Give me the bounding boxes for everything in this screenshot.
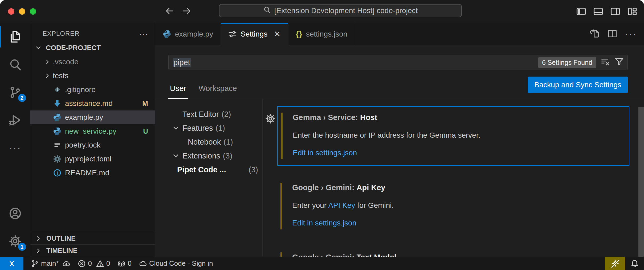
activity-explorer-button[interactable]: [0, 23, 30, 51]
sparkle-slash-icon: [610, 259, 620, 268]
notifications-bell[interactable]: [625, 259, 644, 268]
settings-search-input[interactable]: pipet 6 Settings Found: [168, 55, 628, 70]
account-icon: [9, 207, 22, 220]
explorer-more-actions-icon[interactable]: ···: [139, 32, 148, 35]
chevron-right-icon: [35, 247, 44, 255]
chevron-right-icon: [35, 235, 44, 242]
clear-search-icon[interactable]: [601, 57, 610, 68]
toc-count: (3): [223, 152, 232, 160]
setting-title: Google › Gemini: Text Model: [292, 253, 623, 257]
close-tab-icon[interactable]: ✕: [274, 29, 280, 39]
setting-google-gemini-api-key[interactable]: Google › Gemini: Api Key Enter your API …: [277, 177, 629, 235]
toc-item-extensions[interactable]: Extensions (3): [155, 149, 262, 163]
search-icon: [263, 6, 271, 16]
tree-item-new-service-py[interactable]: new_service.py U: [30, 124, 155, 138]
problems-status[interactable]: 0 0: [78, 259, 110, 268]
edit-in-settings-json-link[interactable]: Edit in settings.json: [292, 219, 623, 227]
timeline-section-header[interactable]: TIMELINE: [30, 244, 155, 257]
tree-item-vscode[interactable]: .vscode: [30, 55, 155, 69]
remote-indicator[interactable]: [0, 257, 23, 270]
toc-label: Pipet Code ...: [177, 165, 226, 174]
go-forward-button[interactable]: [182, 6, 192, 17]
window-title: [Extension Development Host] code-projec…: [274, 6, 418, 15]
command-center[interactable]: [Extension Development Host] code-projec…: [219, 4, 462, 17]
manage-settings-button[interactable]: 1: [0, 227, 30, 255]
api-key-link[interactable]: API Key: [328, 201, 355, 209]
open-settings-json-icon[interactable]: [590, 29, 600, 39]
tree-item-example-py[interactable]: example.py: [30, 110, 155, 124]
run-debug-icon: [9, 114, 22, 126]
toc-label: Features: [182, 124, 213, 133]
ports-status[interactable]: 0: [117, 259, 131, 268]
toggle-primary-sidebar-icon[interactable]: [576, 6, 586, 17]
toc-item-text-editor[interactable]: Text Editor (2): [155, 107, 262, 121]
toc-label: Notebook: [188, 138, 221, 146]
zoom-window-button[interactable]: [30, 8, 36, 15]
git-status-badge: M: [142, 100, 148, 108]
settings-toc: Text Editor (2) Features (1) Notebook (1…: [155, 99, 262, 257]
scope-tab-workspace[interactable]: Workspace: [197, 84, 239, 99]
explorer-root-folder[interactable]: CODE-PROJECT: [30, 41, 155, 55]
setting-gemma-service-host[interactable]: Gemma › Service: Host Enter the hostname…: [277, 106, 629, 166]
publish-changes-icon: [62, 260, 70, 268]
split-editor-icon[interactable]: [608, 29, 617, 39]
toc-count: (1): [215, 124, 225, 133]
tab-settings[interactable]: Settings ✕: [221, 23, 288, 45]
outline-label: OUTLINE: [46, 235, 76, 242]
tab-example-py[interactable]: example.py: [155, 23, 221, 45]
modified-indicator: [280, 252, 282, 257]
git-branch-status[interactable]: main*: [31, 259, 70, 268]
customize-layout-icon[interactable]: [627, 6, 638, 17]
minimize-window-button[interactable]: [19, 8, 25, 15]
branch-name: main*: [41, 259, 59, 268]
settings-badge: 1: [18, 243, 26, 251]
outline-section-header[interactable]: OUTLINE: [30, 232, 155, 244]
toggle-panel-icon[interactable]: [593, 6, 604, 17]
activity-bar: 2 ··· 1: [0, 23, 30, 257]
toc-item-notebook[interactable]: Notebook (1): [155, 135, 262, 149]
search-query-text: pipet: [173, 58, 191, 67]
more-actions-icon[interactable]: ···: [625, 29, 637, 40]
tab-settings-json[interactable]: { } settings.json: [288, 23, 355, 45]
toc-item-pipet-code[interactable]: Pipet Code ... (3): [155, 163, 262, 177]
tree-item-gitignore[interactable]: .gitignore: [30, 83, 155, 97]
tree-item-pyproject-toml[interactable]: pyproject.toml: [30, 152, 155, 166]
activity-search-button[interactable]: [0, 51, 30, 78]
chevron-right-icon: [44, 58, 53, 66]
vscode-window: [Extension Development Host] code-projec…: [0, 0, 644, 270]
cloud-code-signin-status[interactable]: Cloud Code - Sign in: [139, 259, 213, 268]
settings-scrollbar[interactable]: [638, 99, 644, 257]
toc-item-features[interactable]: Features (1): [155, 121, 262, 135]
git-status-badge: U: [143, 127, 148, 136]
tree-item-readme-md[interactable]: README.md: [30, 166, 155, 180]
tree-item-poetry-lock[interactable]: poetry.lock: [30, 138, 155, 152]
filter-funnel-icon[interactable]: [615, 57, 624, 68]
backup-sync-settings-button[interactable]: Backup and Sync Settings: [528, 77, 628, 93]
traffic-lights: [0, 8, 36, 15]
accounts-button[interactable]: [0, 200, 30, 227]
edit-in-settings-json-link[interactable]: Edit in settings.json: [293, 149, 622, 157]
go-back-button[interactable]: [165, 6, 174, 17]
tree-item-assistance-md[interactable]: assistance.md M: [30, 97, 155, 110]
settings-editor: pipet 6 Settings Found User Workspace: [155, 45, 644, 257]
scope-tab-user[interactable]: User: [168, 84, 188, 99]
setting-google-gemini-text-model[interactable]: Google › Gemini: Text Model: [277, 247, 629, 257]
close-window-button[interactable]: [8, 8, 14, 15]
status-bar: main* 0 0 0 Cloud Code - Sign in: [0, 257, 644, 270]
scrollbar-thumb[interactable]: [638, 107, 644, 257]
errors-count: 0: [88, 259, 92, 268]
json-braces-icon: { }: [296, 30, 302, 38]
tree-item-tests[interactable]: tests: [30, 69, 155, 83]
ellipsis-icon: ···: [9, 145, 21, 150]
activity-run-debug-button[interactable]: [0, 106, 30, 134]
errors-icon: [78, 260, 86, 268]
activity-more-views-button[interactable]: ···: [0, 134, 30, 162]
editor-tab-bar: example.py Settings ✕ { } settings.json: [155, 23, 644, 45]
activity-source-control-button[interactable]: 2: [0, 78, 30, 106]
ai-suggestions-status[interactable]: [605, 257, 625, 270]
explorer-title: EXPLORER: [43, 30, 80, 37]
setting-description: Enter the hostname or IP address for the…: [293, 131, 622, 140]
toggle-secondary-sidebar-icon[interactable]: [610, 6, 621, 17]
setting-actions-gear-icon[interactable]: [265, 114, 275, 125]
file-label: tests: [53, 72, 68, 80]
